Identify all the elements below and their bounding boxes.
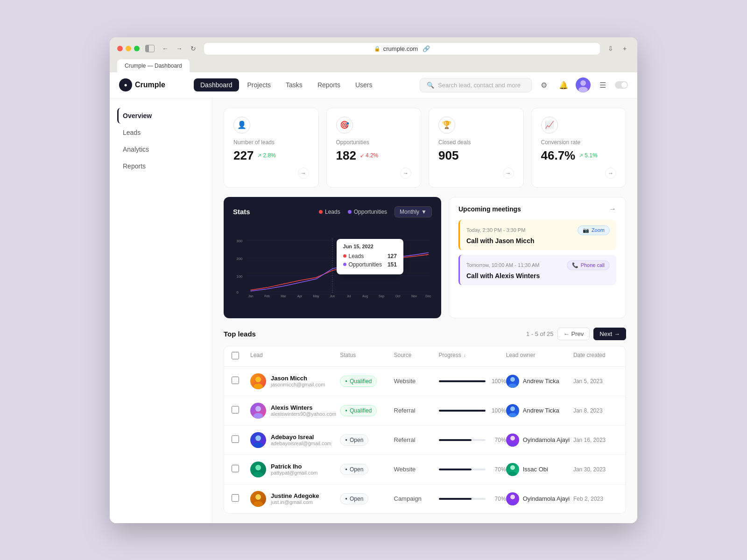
conv-change: ↗ 5.1%: [579, 152, 597, 159]
opp-change-pct: 4.2%: [366, 152, 378, 159]
tooltip-opp-dot: [343, 263, 346, 266]
lead-1-avatar: [250, 373, 266, 389]
minimize-button[interactable]: [126, 46, 131, 51]
lead-4-progress-pct: 70%: [489, 466, 506, 473]
chevron-down-icon: ▼: [421, 209, 427, 215]
svg-point-31: [255, 435, 261, 441]
lead-2-info: Alexis Winters alexiswinters90@yahoo.com: [250, 403, 340, 419]
browser-window: ← → ↻ 🔒 crumple.com 🔗 ⇩ + Crumple — Dash…: [110, 37, 637, 523]
sidebar-toggle-icon[interactable]: [145, 45, 155, 52]
lead-1-date: Jan 5, 2023: [573, 378, 618, 385]
notifications-icon[interactable]: 🔔: [556, 77, 571, 92]
meetings-link-arrow[interactable]: →: [609, 205, 616, 213]
row-3-checkbox[interactable]: [232, 435, 239, 443]
sidebar-item-reports[interactable]: Reports: [117, 158, 204, 174]
svg-point-28: [254, 413, 263, 419]
closed-value-row: 905: [438, 148, 514, 163]
closed-icon: 🏆: [438, 117, 455, 133]
leads-header: Top leads 1 - 5 of 25 ← Prev Next →: [224, 328, 626, 340]
row-5-checkbox[interactable]: [232, 494, 239, 502]
legend-leads: Leads: [319, 209, 340, 215]
sort-icon: ↓: [464, 353, 466, 358]
back-button[interactable]: ←: [160, 43, 170, 54]
leads-detail-link[interactable]: →: [298, 168, 309, 179]
opp-value: 182: [336, 148, 356, 163]
lead-3-avatar: [250, 432, 266, 448]
svg-text:100: 100: [237, 274, 243, 278]
lead-2-progress-cell: 100%: [439, 407, 506, 414]
theme-toggle[interactable]: [615, 81, 628, 89]
legend-opp-label: Opportunities: [354, 209, 387, 215]
nav-tab-projects[interactable]: Projects: [241, 78, 278, 91]
pagination: 1 - 5 of 25 ← Prev Next →: [526, 328, 626, 340]
col-lead: Lead: [250, 352, 340, 361]
close-button[interactable]: [117, 46, 123, 51]
meeting-item-2: Tomorrow, 10:00 AM - 11:30 AM 📞 Phone ca…: [458, 255, 616, 285]
svg-point-1: [578, 87, 588, 92]
opp-detail-link[interactable]: →: [400, 168, 411, 179]
opportunities-label: Opportunities: [336, 139, 412, 146]
meeting-2-phone-tag[interactable]: 📞 Phone call: [567, 260, 610, 270]
lead-3-owner-info: Oyindamola Ajayi: [506, 434, 573, 447]
svg-point-36: [254, 472, 263, 477]
sidebar-item-leads[interactable]: Leads: [117, 125, 204, 140]
chart-period-selector[interactable]: Monthly ▼: [395, 206, 432, 217]
svg-point-39: [255, 494, 261, 500]
col-progress[interactable]: Progress ↓: [439, 352, 506, 361]
qualified-dot: ●: [345, 379, 347, 383]
lead-4-avatar: [250, 462, 266, 477]
conv-detail-link[interactable]: →: [605, 168, 616, 179]
tooltip-leads-label: Leads: [349, 253, 364, 259]
display-settings-icon[interactable]: ☰: [595, 77, 610, 92]
svg-point-41: [510, 495, 515, 499]
active-tab[interactable]: Crumple — Dashboard: [117, 59, 190, 72]
row-1-checkbox[interactable]: [232, 377, 239, 384]
lead-1-owner-avatar: [506, 375, 519, 388]
sidebar-item-overview[interactable]: Overview: [117, 108, 204, 124]
next-label: Next: [599, 330, 612, 337]
settings-icon[interactable]: ⚙: [536, 77, 551, 92]
svg-point-35: [255, 465, 261, 470]
maximize-button[interactable]: [134, 46, 140, 51]
next-button[interactable]: Next →: [593, 328, 626, 340]
tooltip-opp-row: Opportunities 151: [343, 261, 397, 268]
meeting-1-zoom-tag[interactable]: 📷 Zoom: [578, 225, 610, 235]
lead-1-email: jasonmicch@gmail.com: [271, 382, 325, 387]
svg-text:Feb: Feb: [264, 294, 270, 297]
nav-tab-reports[interactable]: Reports: [311, 78, 347, 91]
nav-tab-users[interactable]: Users: [349, 78, 379, 91]
closed-detail-link[interactable]: →: [503, 168, 514, 179]
lead-2-avatar: [250, 403, 266, 419]
download-icon[interactable]: ⇩: [606, 43, 616, 54]
prev-button[interactable]: ← Prev: [557, 328, 590, 340]
nav-tab-dashboard[interactable]: Dashboard: [194, 78, 239, 91]
address-bar[interactable]: 🔒 crumple.com 🔗: [204, 43, 600, 55]
forward-button[interactable]: →: [174, 43, 184, 54]
lead-4-owner-avatar: [506, 463, 519, 476]
logo-icon: ●: [119, 78, 132, 91]
svg-point-40: [254, 501, 263, 507]
open-dot-3: ●: [345, 438, 347, 442]
svg-text:Aug: Aug: [362, 294, 368, 298]
lead-4-date: Jan 30, 2023: [573, 466, 618, 473]
sidebar-item-analytics[interactable]: Analytics: [117, 141, 204, 157]
chart-tooltip: Jun 15, 2022 Leads 127: [337, 239, 403, 274]
table-row: Justine Adegoke just.in@gmail.com ● Open: [224, 484, 626, 513]
select-all-checkbox[interactable]: [232, 352, 239, 359]
row-4-checkbox[interactable]: [232, 465, 239, 472]
lead-3-info: Adebayo Isreal adebayoisreal@gmail.com: [250, 432, 340, 448]
lead-4-progress-cell: 70%: [439, 466, 506, 473]
lead-1-owner-info: Andrew Ticka: [506, 375, 573, 388]
leads-section-title: Top leads: [224, 330, 256, 338]
lead-5-avatar: [250, 491, 266, 507]
refresh-button[interactable]: ↻: [188, 43, 198, 54]
svg-text:Mar: Mar: [281, 294, 286, 297]
svg-point-29: [510, 406, 515, 411]
prev-arrow-icon: ←: [564, 330, 570, 337]
user-avatar[interactable]: [576, 77, 591, 92]
nav-tab-tasks[interactable]: Tasks: [279, 78, 309, 91]
svg-text:Apr: Apr: [297, 294, 303, 298]
row-2-checkbox[interactable]: [232, 406, 239, 413]
search-bar[interactable]: 🔍 Search lead, contact and more: [420, 78, 532, 92]
add-tab-button[interactable]: +: [620, 43, 630, 54]
